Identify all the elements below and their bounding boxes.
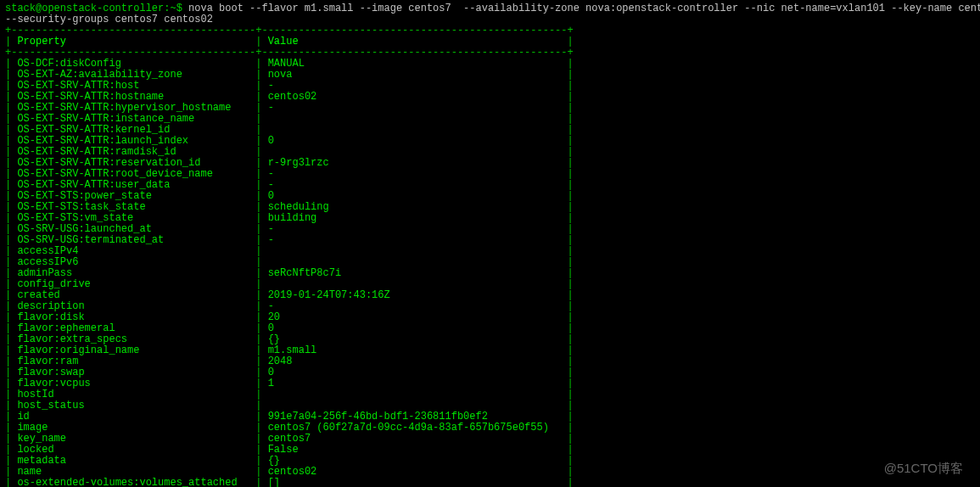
table-row-value: False xyxy=(268,444,562,456)
terminal-output[interactable]: stack@openstack-controller:~$ nova boot … xyxy=(0,0,980,487)
table-row-property: key_name xyxy=(17,433,249,445)
table-row-value xyxy=(268,400,562,411)
table-row-value: {} xyxy=(268,455,562,467)
shell-prompt: stack@openstack-controller:~$ xyxy=(5,3,188,14)
table-row-property: OS-EXT-AZ:availability_zone xyxy=(17,69,249,81)
table-row-value: r-9rg3lrzc xyxy=(268,157,562,169)
table-row-property: accessIPv4 xyxy=(17,245,249,257)
table-row-value xyxy=(268,113,562,125)
table-row-property: OS-SRV-USG:terminated_at xyxy=(17,234,249,246)
table-row-value: - xyxy=(268,179,562,191)
table-row-property: OS-EXT-SRV-ATTR:instance_name xyxy=(17,113,249,125)
table-row-value: {} xyxy=(268,333,562,345)
table-row-value: - xyxy=(268,234,562,246)
table-row-property: OS-EXT-SRV-ATTR:hostname xyxy=(17,91,249,103)
table-row-property: flavor:swap xyxy=(17,367,249,378)
table-row-value: 0 xyxy=(268,190,562,202)
table-row-value: [] xyxy=(268,477,562,487)
shell-command: nova boot --flavor m1.small --image cent… xyxy=(188,3,980,14)
table-row-value xyxy=(268,245,562,257)
table-row-value: - xyxy=(268,168,562,180)
table-row-value: centos02 xyxy=(268,91,562,103)
table-row-value: 20 xyxy=(268,311,562,323)
table-row-property: adminPass xyxy=(17,267,249,279)
table-row-value: centos7 xyxy=(268,433,562,445)
table-row-value: centos02 xyxy=(268,466,562,478)
table-row-property: OS-EXT-SRV-ATTR:hypervisor_hostname xyxy=(17,102,249,114)
table-row-property: flavor:extra_specs xyxy=(17,333,249,345)
table-row-value: - xyxy=(268,300,562,312)
table-row-property: id xyxy=(17,411,249,423)
table-row-property: OS-EXT-SRV-ATTR:host xyxy=(17,80,249,92)
table-row-property: flavor:vcpus xyxy=(17,378,249,389)
col-header-property: Property xyxy=(17,36,249,48)
table-row-property: flavor:original_name xyxy=(17,344,249,356)
table-row-property: accessIPv6 xyxy=(17,256,249,268)
table-row-property: OS-DCF:diskConfig xyxy=(17,58,249,70)
table-row-property: OS-EXT-SRV-ATTR:launch_index xyxy=(17,135,249,147)
table-row-property: flavor:ephemeral xyxy=(17,322,249,334)
table-border: +---------------------------------------… xyxy=(5,25,574,36)
table-row-value xyxy=(268,146,562,158)
table-row-value: nova xyxy=(268,69,562,81)
table-row-property: locked xyxy=(17,444,249,456)
table-row-property: OS-EXT-STS:task_state xyxy=(17,201,249,213)
table-row-value: - xyxy=(268,102,562,114)
table-row-value xyxy=(268,256,562,268)
table-row-property: os-extended-volumes:volumes_attached xyxy=(17,477,249,487)
table-row-property: host_status xyxy=(17,400,249,411)
table-row-value: 1 xyxy=(268,378,562,389)
table-row-value: m1.small xyxy=(268,344,562,356)
table-row-property: OS-EXT-SRV-ATTR:reservation_id xyxy=(17,157,249,169)
col-header-value: Value xyxy=(268,36,562,48)
table-row-value: 2048 xyxy=(268,355,562,367)
table-row-value: scheduling xyxy=(268,201,562,213)
table-row-value: MANUAL xyxy=(268,58,562,70)
table-row-property: hostId xyxy=(17,389,249,400)
table-row-value: - xyxy=(268,80,562,92)
table-row-value: seRcNftP8c7i xyxy=(268,267,562,279)
table-row-value: 0 xyxy=(268,367,562,378)
table-row-property: name xyxy=(17,466,249,478)
table-row-property: flavor:ram xyxy=(17,355,249,367)
table-row-value xyxy=(268,278,562,290)
table-row-property: image xyxy=(17,422,249,434)
table-row-property: OS-EXT-SRV-ATTR:user_data xyxy=(17,179,249,191)
table-row-value: centos7 (60f27a7d-09cc-4d9a-83af-657b675… xyxy=(268,422,562,434)
table-row-property: flavor:disk xyxy=(17,311,249,323)
table-row-property: OS-EXT-STS:vm_state xyxy=(17,212,249,224)
table-row-property: OS-SRV-USG:launched_at xyxy=(17,223,249,235)
table-row-property: created xyxy=(17,289,249,301)
table-row-property: description xyxy=(17,300,249,312)
table-row-property: OS-EXT-STS:power_state xyxy=(17,190,249,202)
shell-command-cont: --security-groups centos7 centos02 xyxy=(5,14,213,25)
table-row-property: metadata xyxy=(17,455,249,467)
table-border: +---------------------------------------… xyxy=(5,47,574,59)
table-row-value: building xyxy=(268,212,562,224)
table-row-value: 991e7a04-256f-46bd-bdf1-236811fb0ef2 xyxy=(268,411,562,423)
table-row-value: 0 xyxy=(268,322,562,334)
table-row-value xyxy=(268,124,562,136)
table-row-value: 0 xyxy=(268,135,562,147)
table-row-property: OS-EXT-SRV-ATTR:root_device_name xyxy=(17,168,249,180)
table-row-property: config_drive xyxy=(17,278,249,290)
table-row-value xyxy=(268,389,562,400)
table-row-value: - xyxy=(268,223,562,235)
table-row-property: OS-EXT-SRV-ATTR:kernel_id xyxy=(17,124,249,136)
table-row-value: 2019-01-24T07:43:16Z xyxy=(268,289,562,301)
table-row-property: OS-EXT-SRV-ATTR:ramdisk_id xyxy=(17,146,249,158)
